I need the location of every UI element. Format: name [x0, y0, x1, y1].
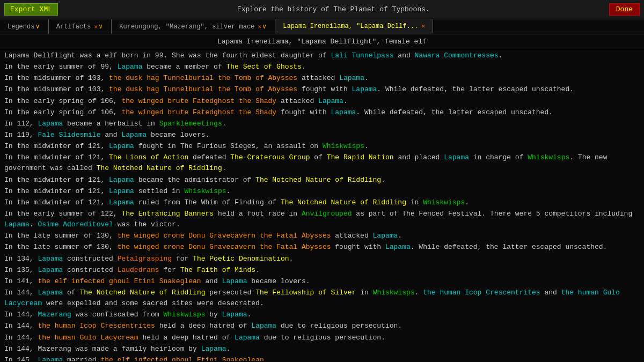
tab-kureungong[interactable]: Kureungong, "Mazerang", silver mace ✕ ∨: [112, 19, 275, 34]
line-9: In the midwinter of 121, Lapama fought i…: [4, 141, 638, 152]
done-button[interactable]: Done: [609, 3, 640, 16]
line-23: In 144, the human Gulo Lacycream held a …: [4, 333, 638, 343]
line-13: In the midwinter of 121, Lapama ruled fr…: [4, 197, 638, 208]
line-1: Lapama Dellflight was a elf born in 99. …: [4, 50, 638, 61]
line-14: In the early summer of 122, The Entranci…: [4, 209, 638, 230]
tab-artifacts[interactable]: Artifacts ✕ ∨: [49, 19, 112, 34]
line-10: In the midwinter of 121, The Lions of Ac…: [4, 152, 638, 174]
line-17: In 134, Lapama constructed Petalgrasping…: [4, 254, 638, 264]
line-18: In 135, Lapama constructed Laudedrans fo…: [4, 265, 638, 276]
tab-arrow-artifacts: ∨: [99, 23, 103, 31]
line-6: In the early spring of 106, the winged b…: [4, 107, 638, 118]
export-xml-button[interactable]: Export XML: [4, 3, 58, 16]
line-25: In 145, Lapama married the elf infected …: [4, 355, 638, 361]
tabs-bar: Legends ∨ Artifacts ✕ ∨ Kureungong, "Maz…: [0, 19, 644, 34]
line-19: In 141, the elf infected ghoul Etini Sna…: [4, 276, 638, 287]
top-bar: Export XML Explore the history of The Pl…: [0, 0, 644, 19]
tab-legends[interactable]: Legends ∨: [0, 19, 49, 34]
line-11: In the midwinter of 121, Lapama became t…: [4, 175, 638, 186]
line-5: In the early spring of 106, the winged b…: [4, 96, 638, 107]
line-2: In the early summer of 99, Lapama became…: [4, 62, 638, 72]
tab-close-artifacts[interactable]: ✕: [94, 23, 98, 30]
main-content[interactable]: Lapama Dellflight was a elf born in 99. …: [0, 48, 644, 361]
title-bar-text: Explore the history of The Planet of Typ…: [58, 5, 609, 13]
line-20: In 144, Lapama of The Notched Nature of …: [4, 287, 638, 309]
line-12: In the midwinter of 121, Lapama settled …: [4, 186, 638, 197]
line-16: In the late summer of 130, the winged cr…: [4, 242, 638, 253]
tab-lapama[interactable]: Lapama Ireneilama, "Lapama Dellf... ✕: [275, 19, 433, 34]
line-7: In 112, Lapama became a herbalist in Spa…: [4, 119, 638, 129]
line-3: In the midsummer of 103, the dusk hag Tu…: [4, 73, 638, 84]
tab-close-kureungong[interactable]: ✕: [258, 23, 261, 30]
content-title: Lapama Ireneilama, "Lapama Dellflight", …: [0, 34, 644, 48]
line-21: In 144, Mazerang was confiscated from Wh…: [4, 309, 638, 320]
tab-close-lapama[interactable]: ✕: [421, 23, 425, 29]
tab-arrow-legends: ∨: [35, 23, 39, 31]
line-15: In the late summer of 130, the winged cr…: [4, 231, 638, 241]
tab-arrow-kureungong: ∨: [262, 23, 266, 31]
line-4: In the midsummer of 103, the dusk hag Tu…: [4, 84, 638, 95]
line-22: In 144, the human Icop Crescentrites hel…: [4, 321, 638, 331]
line-8: In 119, Fale Slidesmile and Lapama becam…: [4, 130, 638, 141]
line-24: In 144, Mazerang was made a family heirl…: [4, 344, 638, 354]
